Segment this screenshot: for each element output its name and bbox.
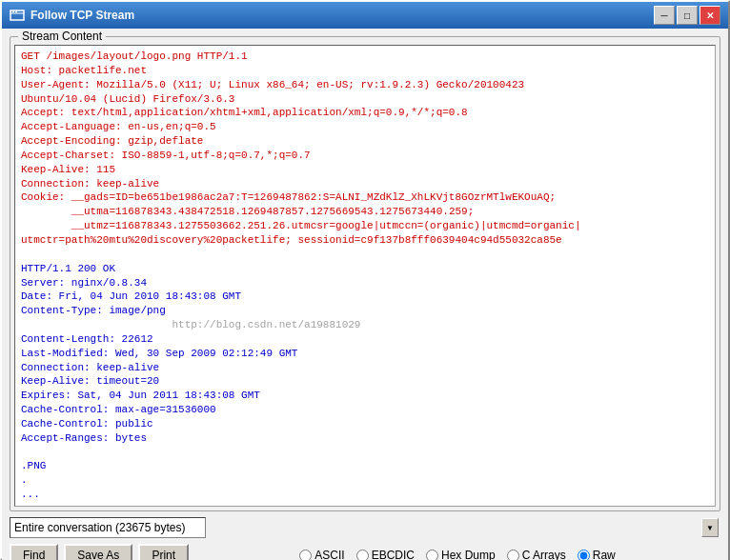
radio-ascii[interactable] (299, 550, 312, 561)
window-title: Follow TCP Stream (30, 9, 654, 22)
radio-label-hexdump: Hex Dump (441, 549, 496, 560)
stream-content-group: Stream Content GET /images/layout/logo.p… (10, 36, 720, 511)
radio-item-raw[interactable]: Raw (578, 549, 616, 560)
title-bar: Follow TCP Stream ─ □ ✕ (2, 2, 728, 29)
radio-label-ascii: ASCII (314, 549, 344, 560)
find-button[interactable]: Find (10, 544, 58, 560)
stream-content-area: GET /images/layout/logo.png HTTP/1.1 Hos… (14, 45, 716, 507)
window-content: Stream Content GET /images/layout/logo.p… (2, 29, 728, 560)
group-box-label: Stream Content (18, 30, 106, 43)
save-as-button[interactable]: Save As (64, 544, 132, 560)
print-button[interactable]: Print (138, 544, 189, 560)
stream-text-display[interactable]: GET /images/layout/logo.png HTTP/1.1 Hos… (15, 46, 715, 506)
radio-label-raw: Raw (593, 549, 616, 560)
radio-item-ascii[interactable]: ASCII (299, 549, 344, 560)
radio-label-ebcdic: EBCDIC (372, 549, 415, 560)
radio-item-hexdump[interactable]: Hex Dump (426, 549, 496, 560)
svg-point-2 (12, 11, 14, 13)
dropdown-arrow-icon: ▼ (701, 518, 719, 537)
radio-raw[interactable] (578, 550, 590, 561)
radio-item-carrays[interactable]: C Arrays (507, 549, 566, 560)
dropdown-row: Entire conversation (23675 bytes) ▼ (10, 517, 720, 538)
radio-hexdump[interactable] (426, 550, 438, 561)
svg-point-3 (15, 11, 17, 13)
radio-carrays[interactable] (507, 550, 519, 561)
maximize-button[interactable]: □ (677, 6, 698, 25)
title-bar-buttons: ─ □ ✕ (654, 6, 720, 25)
bottom-section: Entire conversation (23675 bytes) ▼ Find… (10, 517, 720, 560)
window-icon (10, 8, 25, 23)
conversation-dropdown-wrapper: Entire conversation (23675 bytes) ▼ (10, 517, 720, 538)
radio-label-carrays: C Arrays (522, 549, 566, 560)
button-row: Find Save As Print ASCIIEBCDICHex DumpC … (10, 544, 720, 560)
encoding-radio-group: ASCIIEBCDICHex DumpC ArraysRaw (194, 549, 720, 560)
close-window-button[interactable]: ✕ (700, 6, 720, 25)
conversation-dropdown[interactable]: Entire conversation (23675 bytes) (10, 517, 206, 538)
radio-item-ebcdic[interactable]: EBCDIC (356, 549, 415, 560)
radio-ebcdic[interactable] (356, 550, 369, 561)
minimize-button[interactable]: ─ (654, 6, 675, 25)
main-window: Follow TCP Stream ─ □ ✕ Stream Content G… (0, 0, 730, 560)
